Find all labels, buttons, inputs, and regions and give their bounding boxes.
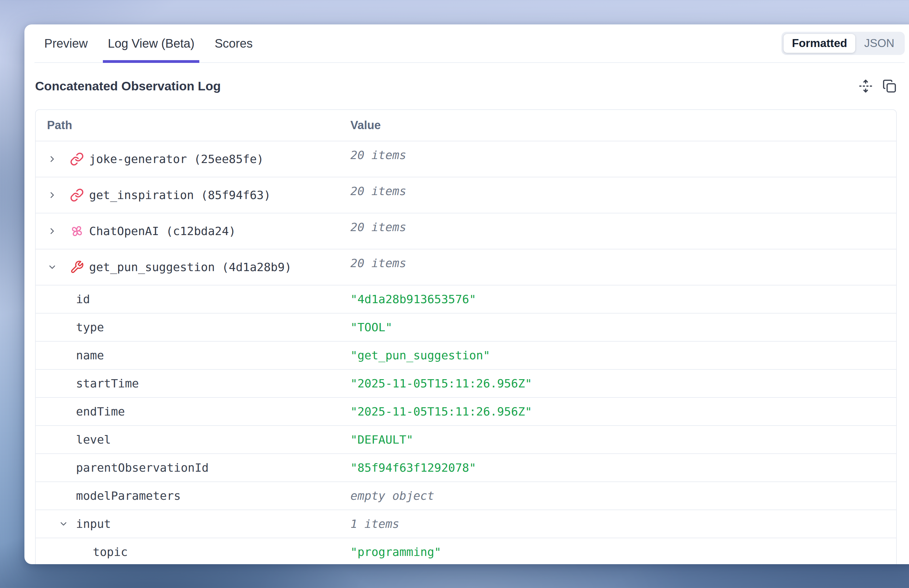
value-cell: "TOOL": [350, 313, 896, 341]
value-cell: "4d1a28b913653576": [350, 286, 896, 313]
copy-icon[interactable]: [882, 79, 897, 94]
tab-preview[interactable]: Preview: [39, 24, 92, 62]
path-cell: ChatOpenAI (c12bda24): [36, 213, 350, 249]
chevron-right-icon[interactable]: [47, 154, 57, 164]
pinwheel-icon: [70, 224, 84, 238]
chevron-down-icon[interactable]: [47, 262, 57, 272]
log-row[interactable]: ChatOpenAI (c12bda24)20 items: [36, 213, 896, 249]
tab-log-view-beta[interactable]: Log View (Beta): [103, 24, 199, 62]
path-cell: endTime: [36, 398, 350, 425]
log-row[interactable]: joke-generator (25ee85fe)20 items: [36, 141, 896, 178]
value-cell: "DEFAULT": [350, 426, 896, 453]
link-icon: [70, 188, 84, 202]
tab-bar: PreviewLog View (Beta)ScoresFormattedJSO…: [34, 24, 905, 63]
column-header-value: Value: [350, 119, 896, 132]
value-cell: 20 items: [350, 178, 896, 213]
log-row[interactable]: get_inspiration (85f94f63)20 items: [36, 178, 896, 213]
path-key: input: [76, 517, 111, 531]
tab-scores[interactable]: Scores: [210, 24, 258, 62]
chevron-right-icon[interactable]: [47, 190, 57, 200]
path-key: get_pun_suggestion (4d1a28b9): [89, 260, 292, 274]
indent-spacer: [59, 468, 68, 468]
path-key: joke-generator (25ee85fe): [89, 152, 264, 166]
path-key: type: [76, 321, 104, 334]
observation-log-table: Path Value joke-generator (25ee85fe)20 i…: [35, 109, 897, 564]
value-cell: "85f94f63f1292078": [350, 454, 896, 481]
format-toggle: FormattedJSON: [781, 32, 905, 55]
path-key: level: [76, 433, 111, 446]
indent-spacer: [59, 412, 68, 412]
path-key: id: [76, 292, 90, 306]
log-row[interactable]: input1 items: [36, 510, 896, 538]
table-header-row: Path Value: [36, 110, 896, 141]
path-key: name: [76, 349, 104, 362]
toggle-option-json[interactable]: JSON: [856, 34, 903, 53]
value-cell: empty object: [350, 482, 896, 510]
value-cell: 20 items: [350, 213, 896, 249]
path-key: endTime: [76, 405, 125, 418]
path-cell: name: [36, 342, 350, 369]
path-key: ChatOpenAI (c12bda24): [89, 225, 236, 238]
value-cell: "2025-11-05T15:11:26.956Z": [350, 370, 896, 397]
path-cell: get_inspiration (85f94f63): [36, 178, 350, 213]
log-row: modelParametersempty object: [36, 482, 896, 510]
unfold-vertical-icon[interactable]: [858, 79, 873, 94]
log-row[interactable]: get_pun_suggestion (4d1a28b9)20 items: [36, 249, 896, 286]
log-row: startTime"2025-11-05T15:11:26.956Z": [36, 370, 896, 398]
header-actions: [858, 79, 897, 94]
path-cell: parentObservationId: [36, 454, 350, 481]
page-title: Concatenated Observation Log: [35, 79, 221, 94]
log-row: id"4d1a28b913653576": [36, 286, 896, 313]
column-header-path: Path: [36, 119, 350, 132]
log-row: parentObservationId"85f94f63f1292078": [36, 454, 896, 482]
path-cell: joke-generator (25ee85fe): [36, 141, 350, 177]
indent-spacer: [59, 439, 68, 440]
path-cell: get_pun_suggestion (4d1a28b9): [36, 249, 350, 285]
value-cell: "get_pun_suggestion": [350, 342, 896, 369]
path-cell: modelParameters: [36, 482, 350, 510]
value-cell: "programming": [350, 538, 896, 564]
indent-spacer: [59, 327, 68, 328]
log-row: name"get_pun_suggestion": [36, 342, 896, 370]
path-cell: id: [36, 286, 350, 313]
section-header: Concatenated Observation Log: [35, 63, 897, 109]
log-row: type"TOOL": [36, 313, 896, 342]
path-key: parentObservationId: [76, 461, 209, 475]
link-icon: [70, 152, 84, 166]
path-cell: level: [36, 426, 350, 453]
log-row: topic"programming": [36, 538, 896, 564]
path-cell: topic: [36, 538, 350, 564]
trace-detail-card: PreviewLog View (Beta)ScoresFormattedJSO…: [24, 24, 909, 564]
chevron-down-icon[interactable]: [59, 519, 68, 529]
indent-spacer: [59, 383, 68, 384]
indent-spacer: [59, 355, 68, 356]
value-cell: 20 items: [350, 249, 896, 285]
path-cell: type: [36, 313, 350, 341]
value-cell: 20 items: [350, 141, 896, 177]
log-row: endTime"2025-11-05T15:11:26.956Z": [36, 398, 896, 426]
log-table-body: joke-generator (25ee85fe)20 itemsget_ins…: [36, 141, 896, 564]
toggle-option-formatted[interactable]: Formatted: [783, 34, 855, 53]
log-row: level"DEFAULT": [36, 426, 896, 454]
chevron-right-icon[interactable]: [47, 226, 57, 236]
path-key: get_inspiration (85f94f63): [89, 188, 271, 202]
path-cell: input: [36, 510, 350, 538]
value-cell: "2025-11-05T15:11:26.956Z": [350, 398, 896, 425]
path-cell: startTime: [36, 370, 350, 397]
path-key: startTime: [76, 377, 139, 390]
path-key: topic: [93, 545, 128, 559]
path-key: modelParameters: [76, 489, 181, 502]
value-cell: 1 items: [350, 510, 896, 538]
wrench-icon: [70, 260, 84, 274]
